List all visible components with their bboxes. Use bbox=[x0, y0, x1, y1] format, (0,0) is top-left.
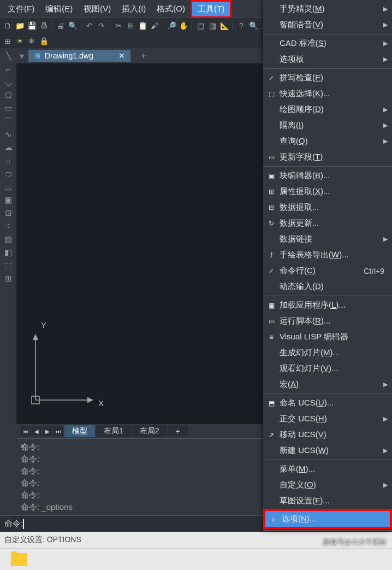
menu-view[interactable]: 视图(V) bbox=[78, 2, 116, 16]
spline-icon[interactable]: ∿ bbox=[3, 129, 14, 140]
menu-item-动态输入d[interactable]: 动态输入(D) bbox=[263, 279, 392, 295]
help-icon[interactable]: ? bbox=[236, 20, 247, 31]
menu-item-移动ucsv[interactable]: ↗移动 UCS(V) bbox=[263, 427, 392, 443]
menu-item-查询q[interactable]: 查询(Q)▶ bbox=[263, 133, 392, 149]
zoom-icon[interactable]: 🔎 bbox=[166, 20, 177, 31]
menu-item-智能语音v[interactable]: 智能语音(V)▶ bbox=[263, 17, 392, 33]
menu-item-观看幻灯片v[interactable]: 观看幻灯片(V)... bbox=[263, 361, 392, 377]
plot-icon[interactable]: 🖶 bbox=[38, 20, 49, 31]
redo-icon[interactable]: ↷ bbox=[96, 20, 107, 31]
table-icon[interactable]: ⊞ bbox=[3, 273, 14, 284]
menu-item-数据更新[interactable]: ↻数据更新... bbox=[263, 215, 392, 231]
polyline-icon[interactable]: ⌐ bbox=[3, 63, 14, 74]
layer-state-icon[interactable]: ☀ bbox=[14, 36, 25, 46]
menu-item-草图设置f[interactable]: 草图设置(F)... bbox=[263, 493, 392, 509]
menu-item-更新字段t[interactable]: ▭更新字段(T) bbox=[263, 149, 392, 165]
menu-item-宏a[interactable]: 宏(A)▶ bbox=[263, 377, 392, 392]
add-tab-icon[interactable]: ＋ bbox=[139, 50, 148, 62]
menu-item-隔离i[interactable]: 隔离(I)▶ bbox=[263, 117, 392, 133]
circle-icon[interactable]: ○ bbox=[3, 155, 14, 166]
insert-icon[interactable]: ⊡ bbox=[3, 208, 14, 219]
nav-first-icon[interactable]: ⏮ bbox=[21, 426, 31, 436]
arc-icon[interactable]: ◡ bbox=[3, 77, 14, 87]
paste-icon[interactable]: 📋 bbox=[137, 20, 148, 31]
dim-icon[interactable]: 📐 bbox=[219, 20, 230, 31]
menu-item-选项板[interactable]: 选项板▶ bbox=[263, 51, 392, 67]
layer-prop-icon[interactable]: ⊞ bbox=[2, 36, 13, 46]
menu-item-数据链接[interactable]: 数据链接▶ bbox=[263, 231, 392, 247]
hatch-icon[interactable]: ▨ bbox=[3, 234, 14, 245]
nav-prev-icon[interactable]: ◀ bbox=[32, 426, 41, 436]
menu-item-数据提取[interactable]: ⊟数据提取... bbox=[263, 199, 392, 215]
prop-icon[interactable]: ▤ bbox=[195, 20, 206, 31]
menu-edit[interactable]: 编辑(E) bbox=[40, 2, 78, 16]
ellipse-icon[interactable]: ⬭ bbox=[3, 168, 14, 179]
open-icon[interactable]: 📁 bbox=[14, 20, 25, 31]
menu-item-属性提取x[interactable]: ⊞属性提取(X)... bbox=[263, 184, 392, 199]
search-icon[interactable]: 🔍 bbox=[248, 20, 259, 31]
submenu-arrow-icon: ▶ bbox=[383, 381, 388, 388]
layer-icon[interactable]: ▦ bbox=[207, 20, 218, 31]
ellipse-arc-icon[interactable]: ⌓ bbox=[3, 181, 14, 192]
nav-next-icon[interactable]: ▶ bbox=[43, 426, 52, 436]
tab-layout2[interactable]: 布局2 bbox=[132, 425, 167, 437]
menu-item-命令行c[interactable]: ✓命令行(C)Ctrl+9 bbox=[263, 263, 392, 279]
revcloud-icon[interactable]: ☁ bbox=[3, 142, 14, 153]
menu-item-拼写检查e[interactable]: ✓拼写检查(E) bbox=[263, 70, 392, 86]
copy-icon[interactable]: ⎘ bbox=[125, 20, 136, 31]
layer-lock-icon[interactable]: 🔒 bbox=[38, 36, 49, 46]
menu-insert[interactable]: 插入(I) bbox=[116, 2, 151, 16]
brush-icon[interactable]: 🖌 bbox=[149, 20, 160, 31]
menu-item-命名ucsu[interactable]: ⬒命名 UCS(U)... bbox=[263, 395, 392, 411]
menu-item-选项n[interactable]: ☼选项(N)... bbox=[263, 509, 392, 529]
cut-icon[interactable]: ✂ bbox=[113, 20, 124, 31]
layer-freeze-icon[interactable]: ❄ bbox=[26, 36, 37, 46]
line-icon[interactable]: ╲ bbox=[3, 50, 14, 61]
add-layout-button[interactable]: + bbox=[168, 426, 188, 437]
menu-item-手势精灵m[interactable]: 手势精灵(M)▶ bbox=[263, 1, 392, 17]
menu-item-运行脚本r[interactable]: ▭运行脚本(R)... bbox=[263, 313, 392, 329]
region-icon[interactable]: ⬚ bbox=[3, 260, 14, 271]
preview-icon[interactable]: 🔍 bbox=[67, 20, 78, 31]
separator bbox=[110, 21, 110, 31]
menu-file[interactable]: 文件(F) bbox=[2, 2, 40, 16]
file-explorer-icon[interactable] bbox=[11, 553, 27, 566]
menu-item-加载应用程序l[interactable]: ▣加载应用程序(L)... bbox=[263, 297, 392, 313]
tab-pin-icon[interactable]: ▾ bbox=[20, 51, 24, 61]
menu-item-快速选择k[interactable]: ⬚快速选择(K)... bbox=[263, 86, 392, 102]
save-icon[interactable]: 💾 bbox=[26, 20, 37, 31]
undo-icon[interactable]: ↶ bbox=[84, 20, 95, 31]
menu-item-手绘表格导出w[interactable]: ⤴手绘表格导出(W)... bbox=[263, 247, 392, 263]
menu-tools[interactable]: 工具(T) bbox=[191, 0, 231, 18]
menu-item-菜单m[interactable]: 菜单(M)... bbox=[263, 461, 392, 477]
menu-format[interactable]: 格式(O) bbox=[151, 2, 191, 16]
menu-item-label: 拼写检查(E) bbox=[280, 73, 388, 83]
menu-item-绘图顺序d[interactable]: 绘图顺序(D)▶ bbox=[263, 102, 392, 117]
blank-icon bbox=[265, 348, 277, 358]
rect-icon[interactable]: ▭ bbox=[3, 103, 14, 114]
menu-item-生成幻灯片m[interactable]: 生成幻灯片(M)... bbox=[263, 345, 392, 361]
nav-last-icon[interactable]: ⏭ bbox=[54, 426, 63, 436]
pan-icon[interactable]: ✋ bbox=[178, 20, 189, 31]
block-icon[interactable]: ▣ bbox=[3, 195, 14, 205]
menu-item-正交ucsh[interactable]: 正交 UCS(H)▶ bbox=[263, 411, 392, 427]
submenu-arrow-icon: ▶ bbox=[383, 447, 388, 454]
menu-item-label: Visual LISP 编辑器 bbox=[280, 332, 388, 342]
print-icon[interactable]: 🖨 bbox=[55, 20, 66, 31]
menu-item-visuallisp编辑器[interactable]: ≡Visual LISP 编辑器 bbox=[263, 329, 392, 345]
point-icon[interactable]: ⁘ bbox=[3, 221, 14, 232]
arc2-icon[interactable]: ⌒ bbox=[3, 116, 14, 127]
menu-item-label: 移动 UCS(V) bbox=[280, 430, 388, 440]
menu-item-cad标准s[interactable]: CAD 标准(S)▶ bbox=[263, 36, 392, 51]
menu-item-自定义o[interactable]: 自定义(O)▶ bbox=[263, 477, 392, 493]
polygon-icon[interactable]: ⬠ bbox=[3, 90, 14, 101]
new-icon[interactable]: 🗋 bbox=[2, 20, 13, 31]
file-tab-active[interactable]: 🗎 Drawing1.dwg ✕ bbox=[28, 50, 130, 62]
menu-item-新建ucsw[interactable]: 新建 UCS(W)▶ bbox=[263, 443, 392, 459]
gradient-icon[interactable]: ◧ bbox=[3, 247, 14, 258]
close-history-icon[interactable]: ✕ bbox=[20, 442, 26, 450]
tab-model[interactable]: 模型 bbox=[64, 425, 95, 437]
menu-item-块编辑器b[interactable]: ▣块编辑器(B)... bbox=[263, 168, 392, 184]
close-icon[interactable]: ✕ bbox=[118, 51, 125, 60]
tab-layout1[interactable]: 布局1 bbox=[96, 425, 131, 437]
